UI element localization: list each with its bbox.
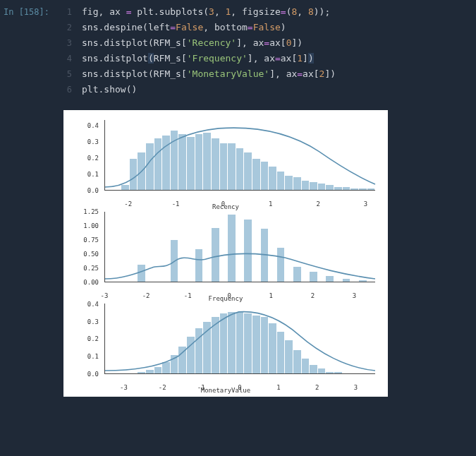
code-text[interactable]: sns.despine(left=False, bottom=False) — [82, 20, 286, 35]
line-number: 6 — [55, 82, 82, 97]
y-tick: 0.00 — [83, 279, 99, 286]
line-number: 3 — [55, 35, 82, 51]
y-tick: 0.3 — [87, 138, 99, 145]
code-text[interactable]: fig, ax = plt.subplots(3, 1, figsize=(8,… — [82, 4, 330, 20]
y-tick: 0.1 — [87, 171, 99, 178]
y-tick: 1.00 — [83, 222, 99, 229]
code-line[interactable]: 6plt.show() — [55, 82, 469, 97]
code-line[interactable]: 1fig, ax = plt.subplots(3, 1, figsize=(8… — [55, 4, 469, 20]
y-tick: 0.4 — [87, 122, 99, 129]
y-axis: 0.00.10.20.30.4 — [71, 117, 102, 191]
kde-curve — [105, 212, 375, 282]
plot-area — [104, 304, 375, 374]
line-number: 5 — [55, 66, 82, 82]
y-tick: 0.0 — [87, 371, 99, 378]
output-figure: 0.00.10.20.30.4-2-10123Recency0.000.250.… — [63, 110, 388, 397]
y-tick: 0.2 — [87, 155, 99, 162]
kde-curve — [105, 120, 375, 190]
y-tick: 0.0 — [87, 187, 99, 194]
code-text[interactable]: sns.distplot(RFM_s['MonetaryValue'], ax=… — [82, 66, 336, 82]
code-text[interactable]: sns.distplot(RFM_s['Recency'], ax=ax[0]) — [82, 35, 303, 51]
y-tick: 0.25 — [83, 265, 99, 272]
kde-curve — [105, 304, 375, 373]
subplot: 0.000.250.500.751.001.25-3-2-10123Freque… — [71, 209, 381, 301]
subplot: 0.00.10.20.30.4-3-2-10123MonetaryValue — [71, 301, 381, 392]
plot-area — [104, 212, 375, 282]
code-text[interactable]: sns.distplot(RFM_s['Frequency'], ax=ax[1… — [82, 51, 314, 66]
y-tick: 0.3 — [87, 318, 99, 325]
y-tick: 0.4 — [87, 301, 99, 308]
y-axis: 0.00.10.20.30.4 — [71, 301, 102, 374]
code-text[interactable]: plt.show() — [82, 82, 137, 97]
line-number: 2 — [55, 20, 82, 35]
y-tick: 1.25 — [83, 208, 99, 215]
x-label: MonetaryValue — [71, 387, 381, 394]
y-axis: 0.000.250.500.751.001.25 — [71, 209, 102, 282]
code-line[interactable]: 3sns.distplot(RFM_s['Recency'], ax=ax[0]… — [55, 35, 469, 51]
line-number: 4 — [55, 51, 82, 66]
code-line[interactable]: 4sns.distplot(RFM_s['Frequency'], ax=ax[… — [55, 51, 469, 66]
code-line[interactable]: 2sns.despine(left=False, bottom=False) — [55, 20, 469, 35]
code-editor[interactable]: 1fig, ax = plt.subplots(3, 1, figsize=(8… — [55, 4, 476, 97]
plot-area — [104, 120, 375, 191]
code-line[interactable]: 5sns.distplot(RFM_s['MonetaryValue'], ax… — [55, 66, 469, 82]
code-cell: In [158]: 1fig, ax = plt.subplots(3, 1, … — [0, 0, 476, 102]
y-tick: 0.50 — [83, 251, 99, 258]
subplot: 0.00.10.20.30.4-2-10123Recency — [71, 117, 381, 209]
line-number: 1 — [55, 4, 82, 20]
input-prompt: In [158]: — [0, 4, 55, 97]
y-tick: 0.75 — [83, 236, 99, 244]
y-tick: 0.2 — [87, 335, 99, 342]
y-tick: 0.1 — [87, 353, 99, 360]
